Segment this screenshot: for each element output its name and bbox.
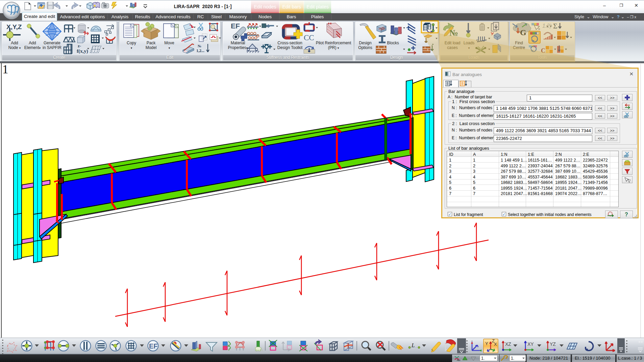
svg-text:Σ: Σ xyxy=(553,22,558,30)
svg-text:CC: CC xyxy=(304,33,314,42)
svg-text:XY: XY xyxy=(527,341,534,347)
svg-text:X: X xyxy=(494,342,497,347)
svg-text:EF: EF xyxy=(231,22,240,30)
svg-text:f(x,y): f(x,y) xyxy=(77,48,88,54)
svg-text:z-: z- xyxy=(78,43,81,48)
svg-text:№: № xyxy=(449,28,458,38)
svg-text:Y: Y xyxy=(485,341,488,346)
svg-text:C: C xyxy=(541,47,545,54)
svg-text:1.: 1. xyxy=(511,356,514,361)
svg-text:EF: EF xyxy=(149,342,158,350)
svg-text:No: No xyxy=(457,359,461,362)
svg-text:XZ: XZ xyxy=(505,341,511,347)
svg-text:1.: 1. xyxy=(481,356,485,361)
svg-text:G: G xyxy=(520,28,526,37)
svg-text:1,2...: 1,2... xyxy=(196,48,204,53)
svg-text:№: № xyxy=(198,44,201,48)
svg-text:YZ: YZ xyxy=(550,341,556,347)
svg-text:X,Y,Z: X,Y,Z xyxy=(6,23,22,30)
